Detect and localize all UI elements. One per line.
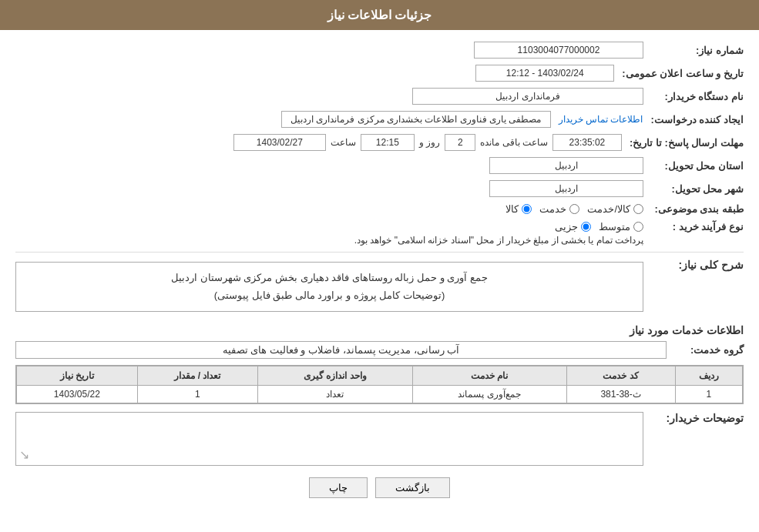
tabaqe-khadamat-label: خدمت: [539, 203, 566, 215]
shomareNiaz-value: 1103004077000002: [474, 42, 643, 59]
namDastgah-row: نام دستگاه خریدار: فرمانداری اردبیل: [15, 88, 744, 105]
noeFarayand-radio-group: متوسط جزیی: [354, 221, 643, 233]
comment-box: ↘: [15, 412, 643, 466]
tabaqe-row: طبقه بندی موضوعی: کالا/خدمت خدمت کالا: [15, 203, 744, 215]
mohlat-time: 12:15: [361, 134, 415, 151]
tabaqe-kala-khadamat-radio[interactable]: [633, 204, 643, 214]
ostan-value: اردبیل: [489, 157, 643, 174]
services-table: ردیف کد خدمت نام خدمت واحد اندازه گیری ت…: [16, 366, 743, 403]
ijadKonande-label: ایجاد کننده درخواست:: [643, 114, 744, 125]
cell-vahed: تعداد: [258, 385, 413, 403]
table-body: 1 ث-38-381 جمع‌آوری پسماند تعداد 1 1403/…: [17, 385, 743, 403]
noeFarayand-jozii-item: جزیی: [555, 221, 591, 233]
col-vahed: واحد اندازه گیری: [258, 366, 413, 385]
mohlat-row: مهلت ارسال پاسخ: تا تاریخ: 23:35:02 ساعت…: [15, 134, 744, 151]
description-box: جمع آوری و حمل زباله روستاهای فاقد دهیار…: [15, 262, 643, 312]
mohlat-label: مهلت ارسال پاسخ: تا تاریخ:: [622, 137, 744, 149]
service-group-label: گروه خدمت:: [667, 344, 744, 356]
col-radif: ردیف: [675, 366, 742, 385]
comment-row: توضیحات خریدار: ↘: [15, 412, 744, 466]
shomareNiaz-row: شماره نیاز: 1103004077000002: [15, 42, 744, 59]
announce-value: 1403/02/24 - 12:12: [475, 65, 614, 82]
table-row: 1 ث-38-381 جمع‌آوری پسماند تعداد 1 1403/…: [17, 385, 743, 403]
tabaqe-kala-item: کالا: [505, 203, 532, 215]
tabaqe-kala-label: کالا: [505, 203, 519, 215]
col-tedad: تعداد / مقدار: [137, 366, 258, 385]
announce-row: تاریخ و ساعت اعلان عمومی: 1403/02/24 - 1…: [15, 65, 744, 82]
resize-icon: ↘: [19, 447, 29, 462]
cell-tedad: 1: [137, 385, 258, 403]
services-section-header: اطلاعات خدمات مورد نیاز: [15, 324, 744, 336]
ostan-row: استان محل تحویل: اردبیل: [15, 157, 744, 174]
services-table-container: ردیف کد خدمت نام خدمت واحد اندازه گیری ت…: [15, 365, 744, 404]
remaining-label: ساعت باقی مانده: [480, 137, 548, 148]
namDastgah-label: نام دستگاه خریدار:: [643, 91, 744, 102]
noeFarayand-jozii-radio[interactable]: [581, 222, 591, 232]
noeFarayand-label: نوع فرآیند خرید :: [643, 221, 744, 233]
shahr-value: اردبیل: [489, 180, 643, 197]
mohlat-date-group: 23:35:02 ساعت باقی مانده 2 روز و 12:15 س…: [233, 134, 622, 151]
roz-label: روز و: [419, 137, 440, 148]
description-line1: جمع آوری و حمل زباله روستاهای فاقد دهیار…: [22, 269, 636, 286]
back-button[interactable]: بازگشت: [375, 477, 450, 498]
col-name: نام خدمت: [412, 366, 566, 385]
contact-link[interactable]: اطلاعات تماس خریدار: [559, 114, 643, 125]
noeFarayand-mottasat-label: متوسط: [599, 221, 630, 233]
description-line2: (توضیحات کامل پروژه و براورد مالی طبق فا…: [22, 286, 636, 304]
tabaqe-kala-khadamat-item: کالا/خدمت: [587, 203, 643, 215]
tabaqe-khadamat-radio[interactable]: [569, 204, 579, 214]
ostan-label: استان محل تحویل:: [643, 160, 744, 172]
tabaqe-label: طبقه بندی موضوعی:: [643, 203, 744, 215]
cell-radif: 1: [675, 385, 742, 403]
tabaqe-kala-khadamat-label: کالا/خدمت: [587, 203, 630, 215]
cell-kod: ث-38-381: [566, 385, 675, 403]
noeFarayand-content: متوسط جزیی پرداخت تمام یا بخشی از مبلغ خ…: [354, 221, 643, 246]
page-title: جزئیات اطلاعات نیاز: [327, 8, 432, 22]
cell-tarikh: 1403/05/22: [17, 385, 138, 403]
time-label: ساعت: [331, 137, 356, 148]
print-button[interactable]: چاپ: [309, 477, 368, 498]
noeFarayand-mottasat-radio[interactable]: [633, 222, 643, 232]
cell-name: جمع‌آوری پسماند: [412, 385, 566, 403]
mohlat-remaining: 23:35:02: [552, 134, 622, 151]
comment-label: توضیحات خریدار:: [643, 412, 744, 424]
col-tarikh: تاریخ نیاز: [17, 366, 138, 385]
noeFarayand-row: نوع فرآیند خرید : متوسط جزیی پرداخت تمام…: [15, 221, 744, 246]
tabaqe-khadamat-item: خدمت: [539, 203, 579, 215]
mohlat-date: 1403/02/27: [233, 134, 326, 151]
table-header: ردیف کد خدمت نام خدمت واحد اندازه گیری ت…: [17, 366, 743, 385]
col-kod: کد خدمت: [566, 366, 675, 385]
divider1: [15, 252, 744, 253]
service-group-row: گروه خدمت: آب رسانی، مدیریت پسماند، فاضل…: [15, 341, 744, 359]
shahr-label: شهر محل تحویل:: [643, 183, 744, 195]
tabaqe-radio-group: کالا/خدمت خدمت کالا: [505, 203, 643, 215]
tabaqe-kala-radio[interactable]: [522, 204, 532, 214]
noeFarayand-mottasat-item: متوسط: [599, 221, 643, 233]
noeFarayand-jozii-label: جزیی: [555, 221, 578, 233]
mohlat-roz-value: 2: [445, 134, 475, 151]
description-row: شرح کلی نیاز: جمع آوری و حمل زباله روستا…: [15, 259, 744, 315]
payment-note: پرداخت تمام یا بخشی از مبلغ خریدار از مح…: [354, 235, 643, 246]
namDastgah-value: فرمانداری اردبیل: [412, 88, 643, 105]
announce-label: تاریخ و ساعت اعلان عمومی:: [614, 68, 744, 79]
description-label: شرح کلی نیاز:: [643, 259, 744, 271]
page-header: جزئیات اطلاعات نیاز: [0, 0, 759, 30]
shahr-row: شهر محل تحویل: اردبیل: [15, 180, 744, 197]
service-group-value: آب رسانی، مدیریت پسماند، فاضلاب و فعالیت…: [15, 341, 667, 359]
ijadKonande-value: مصطفی یاری فناوری اطلاعات بخشداری مرکزی …: [281, 111, 551, 128]
footer-buttons: بازگشت چاپ: [15, 477, 744, 498]
shomareNiaz-label: شماره نیاز:: [643, 45, 744, 56]
ijadKonande-row: ایجاد کننده درخواست: اطلاعات تماس خریدار…: [15, 111, 744, 128]
